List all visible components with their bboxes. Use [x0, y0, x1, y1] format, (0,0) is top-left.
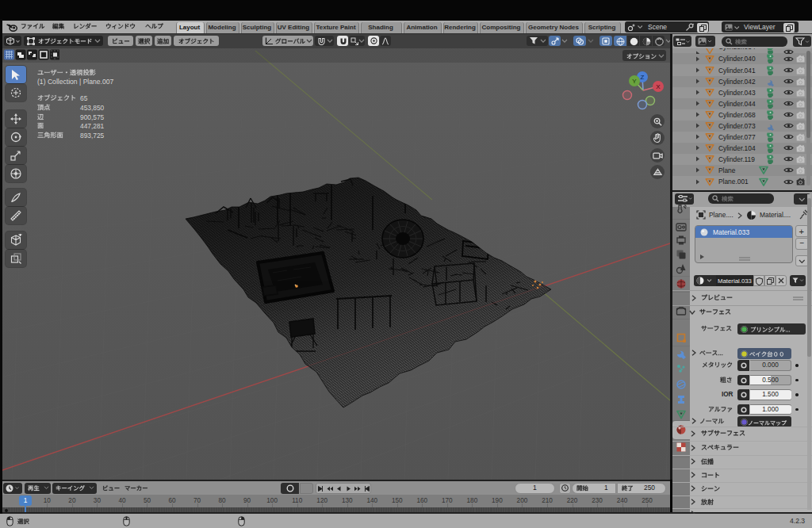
svg-text:X: X	[656, 83, 661, 90]
svg-text:Z: Z	[641, 74, 645, 81]
svg-text:Y: Y	[632, 78, 637, 85]
